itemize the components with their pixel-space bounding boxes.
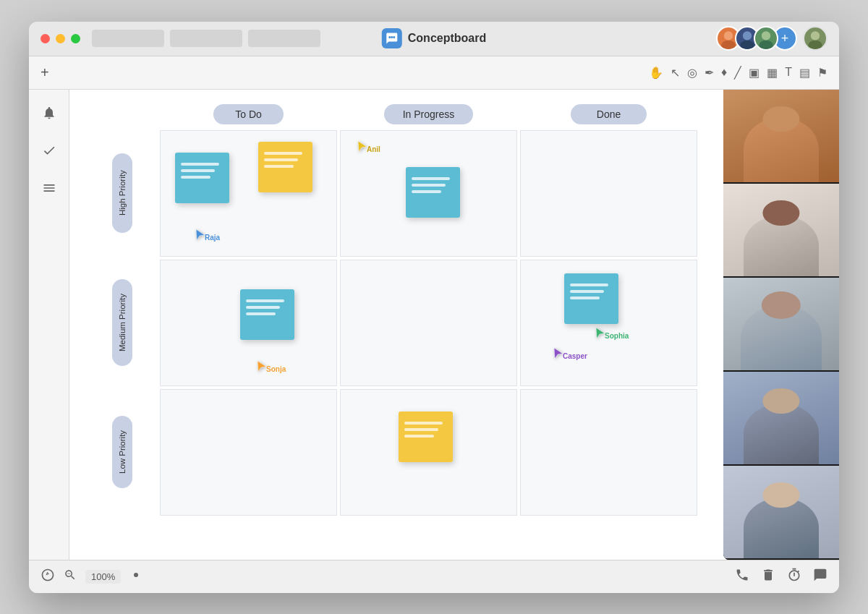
video-tile-2 (723, 184, 839, 278)
tab-2[interactable] (170, 30, 242, 47)
compass-icon[interactable] (41, 568, 55, 586)
sticky-todo-medium-blue[interactable] (240, 289, 294, 340)
flag-tool[interactable]: ⚑ (817, 66, 827, 80)
column-headers: To Do In Progress Done (160, 104, 720, 124)
cell-inprogress-high[interactable]: Anil (340, 130, 517, 257)
cell-todo-low[interactable] (160, 389, 337, 516)
col-done: Casper Sophia (520, 130, 697, 516)
col-header-todo: To Do (160, 104, 337, 124)
col-todo: Raja (160, 130, 337, 516)
avatar-3[interactable] (754, 26, 778, 51)
sticky-inprogress-low-orange[interactable] (399, 412, 453, 462)
select-tool[interactable]: ↖ (671, 66, 680, 80)
hand-tool[interactable]: ✋ (649, 66, 663, 80)
cursor-anil: Anil (355, 140, 370, 157)
row-label-high-pill: High Priority (112, 153, 132, 233)
col-label-inprogress: In Progress (384, 104, 474, 124)
sidebar (29, 90, 69, 560)
col-label-done: Done (571, 104, 647, 124)
traffic-lights (41, 34, 80, 43)
col-header-done: Done (520, 104, 697, 124)
cell-todo-medium[interactable]: Sonja (160, 260, 337, 386)
video-tile-1 (723, 90, 839, 184)
zoom-level[interactable]: 100% (85, 570, 121, 584)
logo-icon (382, 28, 402, 48)
svg-point-4 (762, 31, 770, 40)
tab-3[interactable] (248, 30, 320, 47)
svg-point-6 (811, 31, 820, 40)
cell-inprogress-low[interactable] (340, 389, 517, 516)
close-button[interactable] (41, 34, 50, 43)
maximize-button[interactable] (71, 34, 80, 43)
line-tool[interactable]: ╱ (734, 66, 741, 80)
minimize-button[interactable] (56, 34, 65, 43)
svg-point-7 (808, 40, 822, 51)
col-inprogress: Anil (340, 130, 517, 516)
phone-icon[interactable] (735, 568, 749, 586)
bottombar-left: 100% (41, 568, 142, 586)
cell-done-medium[interactable]: Casper Sophia (520, 260, 697, 386)
sticky-todo-high-orange[interactable] (258, 142, 312, 192)
svg-point-0 (724, 31, 733, 40)
sidebar-icon-list[interactable] (38, 176, 61, 200)
sidebar-icon-bell[interactable] (38, 101, 61, 124)
marker-tool[interactable]: ♦ (721, 66, 727, 79)
add-tool-button[interactable]: + (41, 64, 49, 81)
cell-done-high[interactable] (520, 130, 697, 257)
video-tile-3 (723, 278, 839, 372)
video-tile-5 (723, 466, 839, 560)
pen-tool[interactable]: ✒ (705, 66, 714, 80)
cell-inprogress-medium[interactable] (340, 260, 517, 386)
col-label-todo: To Do (213, 104, 284, 124)
app-title: Conceptboard (408, 32, 486, 45)
sidebar-icon-check[interactable] (38, 139, 61, 162)
row-label-low: Low Priority (84, 389, 160, 516)
toolbar: + ✋ ↖ ◎ ✒ ♦ ╱ ▣ ▦ T ▤ ⚑ (29, 56, 839, 90)
zoom-reset-icon[interactable] (129, 568, 142, 585)
cursor-casper: Casper (551, 346, 566, 364)
eraser-tool[interactable]: ◎ (687, 66, 697, 80)
svg-point-1 (721, 40, 735, 51)
table-tool[interactable]: ▦ (767, 66, 778, 80)
svg-point-2 (743, 31, 752, 40)
zoom-out-icon[interactable] (64, 568, 77, 585)
cursor-label-casper: Casper (563, 352, 587, 360)
avatar-me[interactable] (803, 26, 827, 51)
svg-point-5 (759, 40, 773, 51)
tab-1[interactable] (92, 30, 164, 47)
cell-done-low[interactable] (520, 389, 697, 516)
video-panel (723, 90, 839, 560)
kanban-board: To Do In Progress Done High Priority (84, 104, 720, 516)
cursor-label-sophia: Sophia (605, 332, 629, 340)
bottombar: 100% (29, 560, 839, 593)
cursor-label-sonja: Sonja (266, 365, 286, 373)
shape-tool[interactable]: ▣ (749, 66, 760, 80)
timer-icon[interactable] (787, 568, 801, 586)
trash-icon[interactable] (761, 568, 775, 586)
toolbar-tools: ✋ ↖ ◎ ✒ ♦ ╱ ▣ ▦ T ▤ ⚑ (649, 66, 827, 80)
row-label-medium: Medium Priority (84, 260, 160, 386)
app-window: Conceptboard (29, 22, 839, 593)
sticky-todo-high-blue[interactable] (175, 153, 229, 203)
row-label-high: High Priority (84, 130, 160, 257)
avatar-stack: + (716, 26, 827, 51)
cell-todo-high[interactable]: Raja (160, 130, 337, 257)
text-tool[interactable]: T (785, 66, 792, 79)
canvas-area[interactable]: To Do In Progress Done High Priority (69, 90, 839, 560)
cursor-label-anil: Anil (367, 145, 380, 153)
app-title-area: Conceptboard (382, 28, 486, 48)
bottombar-right (735, 568, 827, 586)
cursor-sophia: Sophia (593, 326, 608, 344)
sticky-inprogress-high-blue[interactable] (406, 167, 460, 218)
titlebar: Conceptboard (29, 22, 839, 56)
cursor-sonja: Sonja (255, 359, 269, 377)
svg-point-3 (740, 40, 754, 51)
main-area: To Do In Progress Done High Priority (29, 90, 839, 560)
sticky-done-medium-blue[interactable] (564, 273, 618, 324)
titlebar-right: + (716, 26, 827, 51)
svg-point-8 (134, 573, 138, 577)
cursor-label-raja: Raja (205, 234, 220, 242)
kanban-grid: High Priority Medium Priority Low Priori… (84, 130, 720, 516)
sticky-tool[interactable]: ▤ (799, 66, 810, 80)
chat-icon[interactable] (813, 568, 827, 586)
